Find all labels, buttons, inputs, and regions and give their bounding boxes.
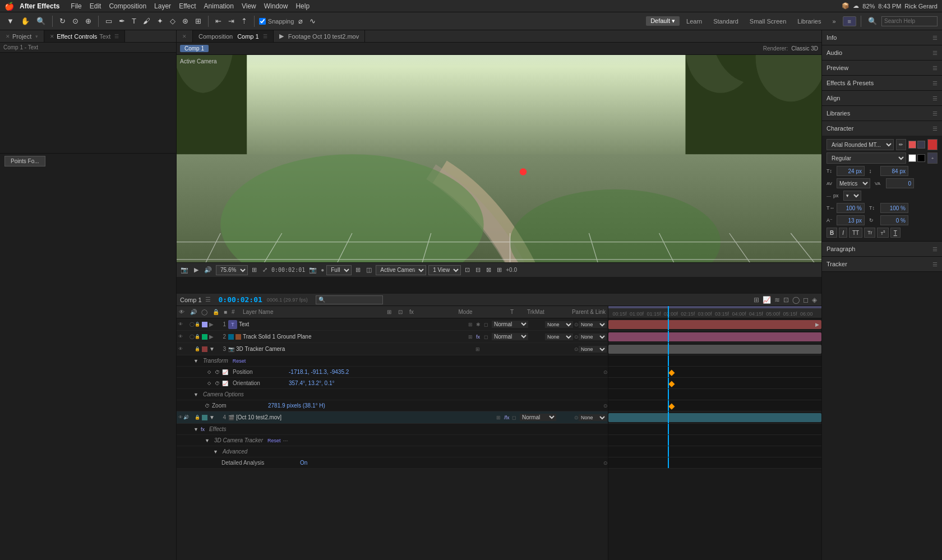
tl-solo[interactable]: ◯ xyxy=(791,296,801,304)
viewer-options4[interactable]: ⊞ xyxy=(495,266,504,274)
layer3-camera-options-header[interactable]: ▼ Camera Options xyxy=(177,389,608,400)
paragraph-header[interactable]: Paragraph ☰ xyxy=(822,242,942,256)
timeline-time[interactable]: 0:00:02:01 xyxy=(219,295,262,304)
layer2-solo[interactable]: ◯ xyxy=(189,334,195,340)
layer4-expand[interactable]: ▼ xyxy=(209,414,216,420)
character-menu[interactable]: ☰ xyxy=(932,126,938,132)
layer1-lock[interactable]: 🔒 xyxy=(195,322,200,327)
align-menu[interactable]: ☰ xyxy=(932,95,938,101)
viewer-audio[interactable]: 🔊 xyxy=(202,266,214,274)
apple-icon[interactable]: 🍎 xyxy=(4,2,14,11)
menu-composition[interactable]: Composition xyxy=(105,2,150,10)
viewer-grid[interactable]: ⊞ xyxy=(354,266,362,274)
paragraph-menu[interactable]: ☰ xyxy=(932,246,938,252)
char-v-scale[interactable] xyxy=(880,203,908,213)
project-tab[interactable]: ✕ Project ▾ xyxy=(0,30,44,42)
layer3-orientation-value[interactable]: 357.4°, 13.2°, 0.1° xyxy=(289,380,335,386)
char-font-size[interactable] xyxy=(837,166,865,176)
effect-controls-tab[interactable]: ✕ Effect Controls Text ☰ xyxy=(44,30,125,42)
char-extra-btn[interactable]: + xyxy=(927,152,938,164)
hand-tool[interactable]: ✋ xyxy=(19,15,32,28)
menu-window[interactable]: Window xyxy=(261,2,292,10)
layer4-parent[interactable]: None xyxy=(579,414,607,421)
comp-tab-indicator[interactable]: Comp 1 xyxy=(180,45,209,52)
layer4-advanced-expand[interactable]: ▼ xyxy=(213,449,218,455)
kf-zoom[interactable] xyxy=(669,403,675,409)
viewer-fit[interactable]: ⊞ xyxy=(250,266,258,274)
menu-view[interactable]: View xyxy=(238,2,260,10)
timeline-menu[interactable]: ☰ xyxy=(205,296,211,303)
char-super-btn[interactable]: Ts xyxy=(877,228,888,238)
kf-position[interactable] xyxy=(669,369,675,376)
effects-presets-menu[interactable]: ☰ xyxy=(932,80,938,86)
layer3-zoom-value[interactable]: 2781.9 pixels (38.1° H) xyxy=(268,402,325,409)
rect-tool[interactable]: ▭ xyxy=(103,15,114,28)
layer4-advanced-header[interactable]: ▼ Advanced xyxy=(177,446,608,457)
tl-comp-btn[interactable]: ⊞ xyxy=(752,296,760,304)
char-unit-select[interactable]: ▾ xyxy=(843,191,861,201)
layer3-orient-keyframe[interactable]: ◇ xyxy=(205,379,214,388)
menu-help[interactable]: Help xyxy=(292,2,313,10)
align-left[interactable]: ⇤ xyxy=(213,15,224,28)
layer3-orient-graph[interactable]: 📈 xyxy=(222,381,228,386)
viewer-camera-select[interactable]: Active Camera xyxy=(376,265,426,275)
align-top[interactable]: ⇡ xyxy=(239,15,250,28)
viewer-zoom-select[interactable]: 75.6% xyxy=(216,265,248,275)
puppet-tool[interactable]: ⊞ xyxy=(193,15,204,28)
char-bold-btn[interactable]: B xyxy=(826,228,837,238)
character-style-select[interactable]: Regular xyxy=(826,152,906,164)
info-header[interactable]: Info ☰ xyxy=(822,30,942,45)
workspace-default[interactable]: Default ▾ xyxy=(646,16,680,26)
layer4-effects-header[interactable]: ▼ fx Effects xyxy=(177,424,608,435)
brush-tool[interactable]: 🖌 xyxy=(141,15,153,28)
timeline-search[interactable] xyxy=(316,295,383,304)
char-sw-white[interactable] xyxy=(908,154,916,162)
audio-menu[interactable]: ☰ xyxy=(932,50,938,56)
viewer-preview[interactable]: ▶ xyxy=(192,266,200,274)
char-pencil-btn[interactable]: ✏ xyxy=(896,139,906,150)
layer4-effects-expand[interactable]: ▼ xyxy=(193,427,198,432)
layer-row-3[interactable]: 👁 🔒 ▼ 3 📷 3D Tracker Camera ⊞ ⊙ None xyxy=(177,343,608,355)
viewer-options2[interactable]: ⊟ xyxy=(474,266,482,274)
rotation-tool[interactable]: ↻ xyxy=(57,15,68,28)
viewer-camera-settings[interactable]: 📷 xyxy=(307,266,318,274)
layer4-analysis-value[interactable]: On xyxy=(300,460,307,466)
layer3-parent[interactable]: None xyxy=(579,346,607,353)
workspace-panel-toggle[interactable]: ≡ xyxy=(843,16,856,26)
layer1-parent[interactable]: None xyxy=(579,321,607,328)
comp-tab-menu[interactable]: ☰ xyxy=(263,34,267,39)
layer3-orient-stopwatch[interactable]: ⏱ xyxy=(215,381,220,386)
char-under-btn[interactable]: T xyxy=(890,228,901,238)
tl-switches[interactable]: ⊡ xyxy=(782,296,790,304)
layer2-vis[interactable]: 👁 xyxy=(178,334,183,340)
layer2-parent[interactable]: None xyxy=(579,334,607,340)
layer1-vis[interactable]: 👁 xyxy=(178,322,183,327)
char-stroke-color[interactable] xyxy=(917,141,925,149)
layer2-trkmat[interactable]: None xyxy=(545,334,573,340)
viewer-options3[interactable]: ⊠ xyxy=(484,266,493,274)
workspace-libraries[interactable]: Libraries xyxy=(793,17,825,26)
viewer-transparency[interactable]: ◫ xyxy=(364,266,373,274)
layer2-lock[interactable]: 🔒 xyxy=(195,334,200,340)
layer3-position-value[interactable]: -1718.1, -911.3, -9435.2 xyxy=(289,369,349,375)
menu-file[interactable]: File xyxy=(67,2,85,10)
viewer-fullscreen[interactable]: ⤢ xyxy=(261,266,269,274)
char-sw-black[interactable] xyxy=(917,154,925,162)
selection-tool[interactable]: ▼ xyxy=(4,15,16,28)
menu-animation[interactable]: Animation xyxy=(201,2,237,10)
layer3-pos-stopwatch[interactable]: ⏱ xyxy=(215,369,220,375)
info-menu[interactable]: ☰ xyxy=(932,35,938,41)
workspace-small-screen[interactable]: Small Screen xyxy=(745,17,791,26)
motion-tool2[interactable]: ∿ xyxy=(307,15,318,28)
workspace-standard[interactable]: Standard xyxy=(709,17,743,26)
layer-row-1[interactable]: 👁 ◯ 🔒 ▶ 1 T Text ⊞ ✱ ◻ Normal xyxy=(177,318,608,331)
layer2-mode[interactable]: Normal xyxy=(492,333,528,340)
points-for-button[interactable]: Points Fo... xyxy=(4,156,45,166)
zoom-tool[interactable]: 🔍 xyxy=(34,15,48,28)
snapping-checkbox[interactable] xyxy=(259,18,266,25)
layer1-trkmat[interactable]: None xyxy=(545,321,573,328)
stamp-tool[interactable]: ✦ xyxy=(155,15,165,28)
camera-orbit[interactable]: ⊙ xyxy=(70,15,81,28)
search-icon[interactable]: 🔍 xyxy=(866,15,879,28)
tracker-menu[interactable]: ☰ xyxy=(932,261,938,267)
